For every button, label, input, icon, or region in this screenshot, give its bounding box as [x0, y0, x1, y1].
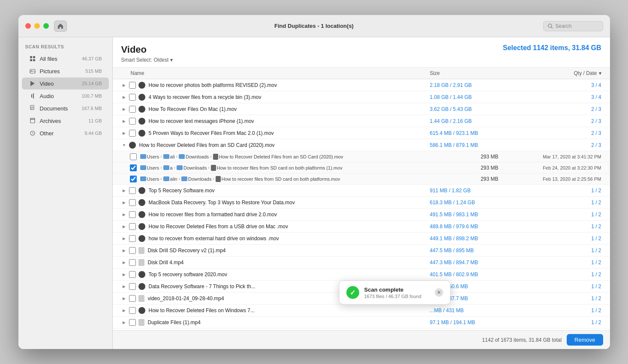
path-separator: ›	[174, 165, 175, 170]
row-filename: How to Recover Deleted Files on Windows …	[149, 307, 430, 313]
row-expander[interactable]: ▶	[121, 319, 127, 325]
sidebar-item-documents[interactable]: Documents 167.6 MB	[22, 102, 109, 114]
row-checkbox[interactable]	[129, 106, 136, 113]
subrow-checkbox[interactable]	[130, 176, 137, 182]
table-row: ▶ How to Recover Deleted Files on Window…	[113, 304, 610, 316]
row-expander[interactable]: ▶	[121, 283, 127, 289]
sidebar-item-label: All files	[40, 56, 82, 62]
row-checkbox[interactable]	[129, 199, 136, 206]
row-expander[interactable]: ▶	[121, 272, 127, 277]
subrow-size: 293 MB	[456, 176, 507, 182]
row-file-icon	[138, 118, 145, 125]
row-file-icon	[138, 271, 145, 278]
row-file-icon	[138, 82, 145, 89]
row-expander[interactable]: ▼	[121, 142, 127, 148]
row-expander[interactable]: ▶	[121, 94, 127, 100]
svg-rect-4	[30, 59, 32, 61]
remove-button[interactable]: Remove	[567, 334, 603, 346]
maximize-button[interactable]	[43, 23, 49, 29]
row-expander[interactable]: ▶	[121, 248, 127, 254]
table-row: ▶ Disk Drill SD Recovery v2 (1).mp4 447.…	[113, 245, 610, 257]
path-folder: ali	[163, 154, 175, 159]
row-qty: 1 / 2	[516, 319, 601, 325]
home-button[interactable]	[54, 21, 67, 32]
row-expander[interactable]: ▶	[121, 212, 127, 218]
row-checkbox[interactable]	[129, 82, 136, 89]
subrow-checkbox[interactable]	[130, 164, 137, 171]
row-qty: 1 / 2	[516, 295, 601, 301]
row-filename: how to recover from external hard drive …	[149, 236, 430, 242]
toast-close-button[interactable]: ✕	[435, 288, 443, 297]
row-expander[interactable]: ▶	[121, 295, 127, 301]
sidebar-item-size: 25.14 GB	[82, 81, 102, 86]
folder-icon	[140, 165, 146, 170]
row-checkbox[interactable]	[129, 307, 136, 314]
sidebar-item-audio[interactable]: Audio 100.7 MB	[22, 90, 109, 102]
row-size: 586.1 MB / 879.1 MB	[430, 142, 516, 148]
table-row: ▶ MacBook Data Recovery. Top 3 Ways to R…	[113, 197, 610, 209]
row-file-icon	[138, 223, 145, 230]
sort-icon[interactable]: ▾	[599, 70, 601, 76]
row-qty: 2 / 3	[516, 118, 601, 124]
row-expander[interactable]: ▶	[121, 106, 127, 112]
minimize-button[interactable]	[34, 23, 40, 29]
row-checkbox[interactable]	[129, 283, 136, 290]
row-expander[interactable]: ▶	[121, 260, 127, 266]
sidebar-item-video[interactable]: Video 25.14 GB	[22, 78, 109, 90]
row-filename: Top 5 Recoery Software.mov	[149, 188, 430, 194]
sidebar-item-pictures[interactable]: Pictures 515 MB	[22, 65, 109, 77]
row-expander[interactable]: ▶	[121, 236, 127, 242]
row-checkbox[interactable]	[129, 211, 136, 218]
row-filename: How To Recover Files On Mac (1).mov	[149, 106, 430, 112]
row-qty: 1 / 2	[516, 307, 601, 313]
video-icon	[29, 80, 36, 87]
row-checkbox[interactable]	[129, 94, 136, 101]
sidebar-item-other[interactable]: Other 9.44 GB	[22, 127, 109, 139]
search-box[interactable]: Search	[543, 21, 603, 31]
row-size: 491.5 MB / 983.1 MB	[430, 212, 516, 218]
row-filename: Disk Drill 4.mp4	[148, 260, 430, 266]
svg-point-0	[548, 24, 552, 27]
row-expander[interactable]: ▶	[121, 200, 127, 206]
table-row: ▶ How to recover text messages iPhone (1…	[113, 115, 610, 127]
row-expander[interactable]: ▶	[121, 82, 127, 88]
row-expander[interactable]: ▶	[121, 118, 127, 124]
row-qty: 1 / 2	[516, 200, 601, 206]
row-size: 449.1 MB / 898.2 MB	[430, 236, 516, 242]
table-row: ▶ how to recover from external hard driv…	[113, 233, 610, 245]
smart-select[interactable]: Smart Select: Oldest ▾	[121, 57, 173, 63]
sidebar: Scan results All files 46.37 GB Pictures…	[18, 37, 113, 349]
table-row: ▶ 5 Proven Ways to Recover Files From Ma…	[113, 127, 610, 139]
sidebar-item-archives[interactable]: Archives 11 GB	[22, 115, 109, 127]
main-window: Find Duplicates - 1 location(s) Search S…	[18, 15, 610, 349]
subrow-path: Users› a› Downloads› How to recover file…	[140, 165, 456, 171]
row-checkbox[interactable]	[129, 319, 136, 326]
row-checkbox[interactable]	[129, 223, 136, 230]
row-checkbox[interactable]	[129, 295, 136, 302]
row-qty: 1 / 2	[516, 283, 601, 289]
row-expander[interactable]: ▶	[121, 307, 127, 313]
sidebar-item-label: Audio	[40, 93, 82, 99]
path-separator: ›	[213, 176, 214, 181]
row-expander[interactable]: ▶	[121, 130, 127, 136]
subrow-size: 293 MB	[456, 154, 507, 160]
sidebar-item-size: 11 GB	[88, 118, 102, 123]
table-row: ▶ How to recover files from a formatted …	[113, 209, 610, 221]
row-checkbox[interactable]	[129, 247, 136, 254]
row-qty: 3 / 4	[516, 94, 601, 100]
row-checkbox[interactable]	[129, 187, 136, 194]
row-expander[interactable]: ▶	[121, 224, 127, 230]
row-checkbox[interactable]	[129, 235, 136, 242]
row-checkbox[interactable]	[129, 259, 136, 266]
row-size: 1.44 GB / 2.16 GB	[430, 118, 516, 124]
row-file-icon	[138, 94, 145, 101]
close-button[interactable]	[25, 23, 31, 29]
row-checkbox[interactable]	[129, 130, 136, 137]
file-icon	[213, 154, 218, 160]
row-checkbox[interactable]	[129, 118, 136, 125]
row-expander[interactable]: ▶	[121, 188, 127, 194]
row-checkbox[interactable]	[129, 271, 136, 278]
sidebar-item-all-files[interactable]: All files 46.37 GB	[22, 53, 109, 65]
file-icon	[216, 176, 221, 182]
subrow-checkbox[interactable]	[130, 153, 137, 160]
